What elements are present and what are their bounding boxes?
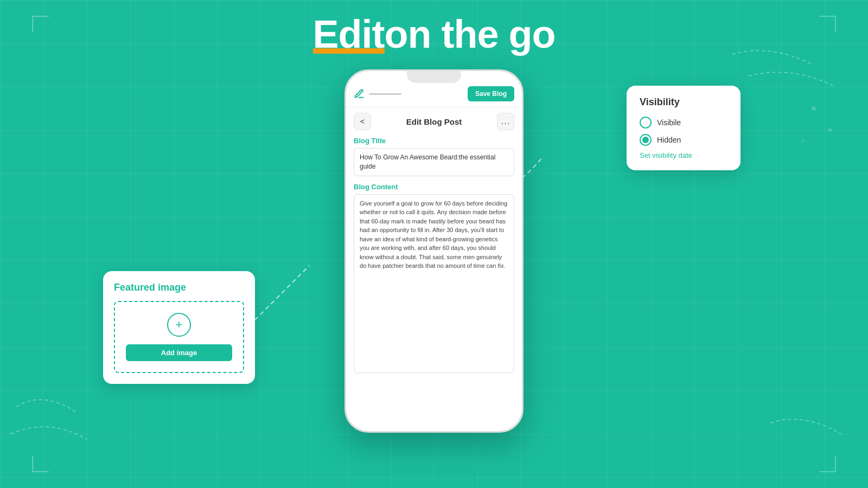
title-suffix: on the go — [385, 12, 556, 56]
set-visibility-link[interactable]: Set visibility date — [640, 151, 727, 159]
phone-page-title: Edit Blog Post — [406, 117, 462, 126]
svg-point-0 — [812, 106, 816, 111]
visibility-option-hidden[interactable]: Hidden — [640, 134, 727, 146]
svg-point-2 — [802, 140, 804, 142]
radio-hidden[interactable] — [640, 134, 652, 146]
visibility-card: Visibility Visibile Hidden Set visibilit… — [627, 86, 741, 170]
logo-line — [369, 93, 401, 95]
visibility-option-visible[interactable]: Visibile — [640, 117, 727, 129]
blog-content-label: Blog Content — [354, 183, 514, 191]
svg-point-1 — [828, 129, 832, 132]
phone-screen: Save Blog < Edit Blog Post ... Blog Titl… — [346, 71, 522, 431]
pen-icon — [354, 88, 365, 99]
phone-notch — [407, 71, 461, 83]
phone-content-area: < Edit Blog Post ... Blog Title How To G… — [346, 107, 522, 378]
visibility-title: Visibility — [640, 97, 727, 108]
save-blog-button[interactable]: Save Blog — [468, 86, 514, 101]
phone-nav-row: < Edit Blog Post ... — [354, 113, 514, 130]
radio-visible[interactable] — [640, 117, 652, 129]
page-title-area: Edit on the go — [0, 13, 868, 56]
add-image-button[interactable]: Add image — [126, 344, 232, 361]
featured-card-title: Featured image — [114, 282, 244, 293]
back-button[interactable]: < — [354, 113, 371, 130]
visibility-hidden-label: Hidden — [657, 136, 681, 144]
featured-dashed-box: + Add image — [114, 301, 244, 373]
phone-logo — [354, 88, 401, 99]
blog-title-label: Blog Title — [354, 137, 514, 145]
main-heading: Edit on the go — [0, 13, 868, 56]
visibility-visible-label: Visibile — [657, 118, 681, 127]
phone-mockup: Save Blog < Edit Blog Post ... Blog Titl… — [344, 69, 524, 433]
featured-image-card: Featured image + Add image — [103, 271, 255, 384]
title-highlight-word: Edit — [313, 13, 385, 56]
radio-hidden-fill — [642, 137, 649, 143]
blog-title-field[interactable]: How To Grow An Awesome Beard:the essenti… — [354, 148, 514, 176]
phone-body: Save Blog < Edit Blog Post ... Blog Titl… — [344, 69, 524, 433]
add-image-plus-icon[interactable]: + — [167, 313, 191, 337]
blog-content-field[interactable]: Give yourself a goal to grow for 60 days… — [354, 194, 514, 373]
more-button[interactable]: ... — [497, 113, 514, 130]
